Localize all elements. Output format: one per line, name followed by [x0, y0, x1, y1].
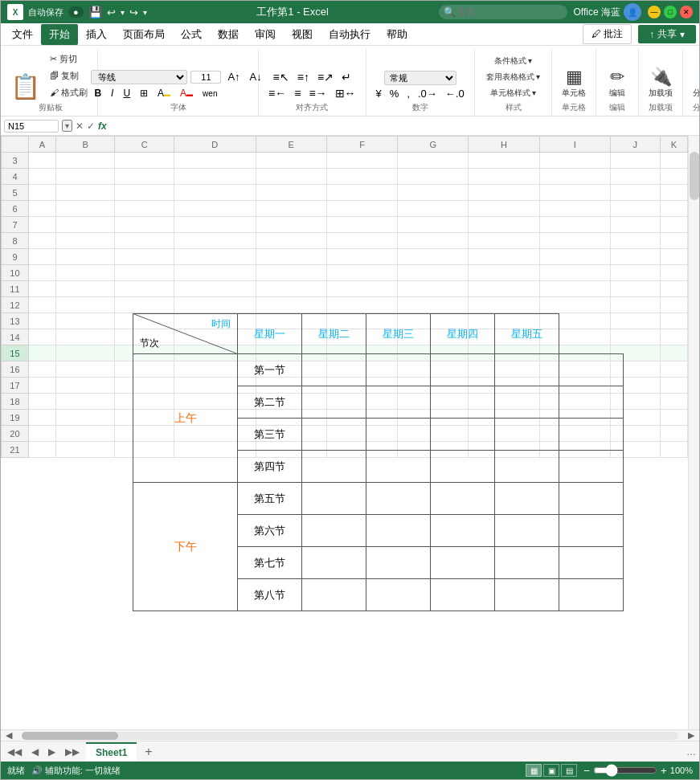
table-row[interactable]: [469, 201, 539, 217]
table-row[interactable]: [469, 281, 539, 297]
table-row[interactable]: [469, 217, 539, 233]
merge-center[interactable]: ⊞↔: [332, 86, 359, 100]
table-row[interactable]: [326, 281, 397, 297]
table-row[interactable]: [469, 265, 539, 281]
table-row[interactable]: [610, 201, 660, 217]
table-row[interactable]: [539, 153, 610, 169]
user-avatar[interactable]: 👤: [624, 3, 641, 21]
col-header-H[interactable]: H: [469, 137, 539, 153]
font-size-increase[interactable]: A↑: [224, 69, 243, 84]
menu-help[interactable]: 帮助: [379, 24, 415, 45]
maximize-button[interactable]: □: [664, 6, 677, 18]
schedule-cell[interactable]: [302, 386, 366, 419]
table-row[interactable]: [610, 185, 660, 201]
tab-nav-back[interactable]: ◀: [28, 745, 42, 759]
schedule-cell[interactable]: [559, 386, 624, 419]
table-row[interactable]: [539, 233, 610, 249]
format-painter-button[interactable]: 🖌 格式刷: [47, 85, 91, 100]
table-row[interactable]: [174, 249, 256, 265]
table-row[interactable]: [398, 281, 469, 297]
table-row[interactable]: [256, 297, 326, 313]
table-row[interactable]: [28, 153, 55, 169]
col-header-A[interactable]: A: [28, 137, 55, 153]
table-row[interactable]: [660, 265, 687, 281]
table-row[interactable]: [115, 233, 174, 249]
table-row[interactable]: [115, 281, 174, 297]
font-name-select[interactable]: 等线: [91, 70, 187, 84]
align-top-center[interactable]: ≡↑: [294, 70, 313, 84]
number-format-select[interactable]: 常规: [384, 71, 456, 85]
table-row[interactable]: [28, 249, 55, 265]
conditional-format-button[interactable]: 条件格式 ▾: [489, 54, 538, 68]
table-row[interactable]: [326, 201, 397, 217]
table-row[interactable]: [28, 394, 55, 410]
page-layout-button[interactable]: ▣: [543, 764, 559, 777]
table-row[interactable]: [326, 185, 397, 201]
schedule-cell[interactable]: [366, 579, 431, 611]
schedule-cell[interactable]: [302, 515, 366, 547]
menu-insert[interactable]: 插入: [78, 24, 115, 45]
col-header-E[interactable]: E: [256, 137, 326, 153]
table-row[interactable]: [55, 442, 115, 458]
table-row[interactable]: [610, 265, 660, 281]
table-row[interactable]: [660, 410, 687, 426]
row-header-16[interactable]: 16: [2, 361, 29, 378]
formula-cancel-icon[interactable]: ✕: [76, 120, 84, 132]
align-left[interactable]: ≡←: [265, 86, 289, 100]
table-row[interactable]: [28, 169, 55, 185]
table-row[interactable]: [115, 185, 174, 201]
schedule-cell[interactable]: [302, 579, 366, 611]
phonetic-button[interactable]: wen: [199, 88, 220, 100]
hscroll-right[interactable]: ▶: [683, 730, 699, 741]
menu-home[interactable]: 开始: [41, 24, 78, 45]
table-row[interactable]: [610, 249, 660, 265]
col-header-J[interactable]: J: [610, 137, 660, 153]
table-row[interactable]: [398, 297, 469, 313]
schedule-cell[interactable]: [302, 547, 366, 579]
table-row[interactable]: [115, 217, 174, 233]
decimal-increase[interactable]: .0→: [415, 87, 440, 100]
table-row[interactable]: [539, 201, 610, 217]
schedule-cell[interactable]: [495, 451, 559, 483]
table-row[interactable]: [174, 265, 256, 281]
schedule-cell[interactable]: [431, 386, 495, 419]
menu-review[interactable]: 审阅: [247, 24, 284, 45]
col-header-C[interactable]: C: [115, 137, 174, 153]
table-row[interactable]: [256, 153, 326, 169]
schedule-cell[interactable]: [559, 579, 624, 611]
table-row[interactable]: [28, 329, 55, 345]
table-row[interactable]: [610, 169, 660, 185]
row-header-18[interactable]: 18: [2, 394, 29, 410]
schedule-cell[interactable]: [495, 579, 559, 611]
table-row[interactable]: [326, 233, 397, 249]
col-header-D[interactable]: D: [174, 137, 256, 153]
table-row[interactable]: [326, 265, 397, 281]
schedule-cell[interactable]: [431, 451, 495, 483]
align-top-left[interactable]: ≡↖: [270, 70, 293, 84]
table-row[interactable]: [469, 185, 539, 201]
table-row[interactable]: [256, 217, 326, 233]
table-row[interactable]: [256, 249, 326, 265]
table-row[interactable]: [55, 233, 115, 249]
font-size-input[interactable]: [190, 71, 221, 84]
row-header-4[interactable]: 4: [2, 169, 29, 185]
table-row[interactable]: [28, 233, 55, 249]
table-row[interactable]: [55, 169, 115, 185]
schedule-cell[interactable]: [366, 419, 431, 451]
table-row[interactable]: [256, 201, 326, 217]
undo-icon[interactable]: ↩: [107, 6, 116, 18]
row-header-20[interactable]: 20: [2, 426, 29, 442]
table-row[interactable]: [55, 217, 115, 233]
table-row[interactable]: [398, 153, 469, 169]
table-row[interactable]: [174, 297, 256, 313]
sheet-tab-sheet1[interactable]: Sheet1: [86, 742, 137, 762]
table-row[interactable]: [55, 378, 115, 394]
normal-view-button[interactable]: ▦: [526, 764, 542, 777]
addins-button[interactable]: 🔌 加载项: [645, 65, 676, 100]
menu-automate[interactable]: 自动执行: [321, 24, 379, 45]
schedule-cell[interactable]: [495, 547, 559, 579]
italic-button[interactable]: I: [108, 86, 117, 100]
table-row[interactable]: [28, 442, 55, 458]
table-row[interactable]: [115, 265, 174, 281]
table-row[interactable]: [55, 201, 115, 217]
